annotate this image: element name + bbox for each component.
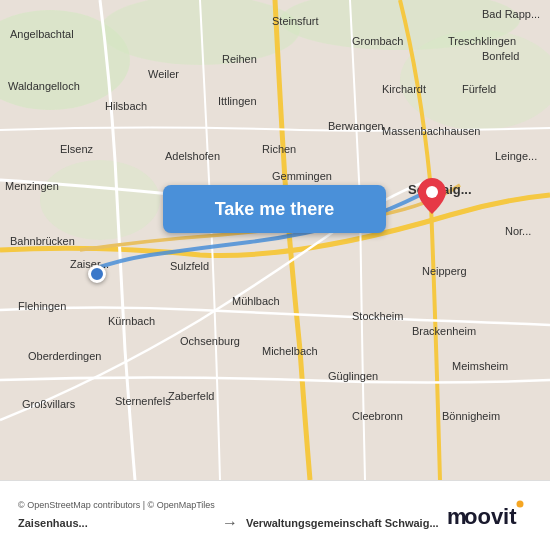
svg-text:oovit: oovit — [464, 504, 517, 529]
origin-label: Zaisenhaus... — [18, 517, 214, 529]
svg-point-5 — [40, 160, 160, 240]
arrow-icon: → — [222, 514, 238, 532]
svg-point-9 — [517, 500, 524, 507]
button-label: Take me there — [215, 199, 335, 220]
attribution-text: © OpenStreetMap contributors | © OpenMap… — [18, 500, 442, 510]
destination-marker — [418, 178, 446, 218]
moovit-logo: m oovit — [442, 496, 532, 536]
route-labels: © OpenStreetMap contributors | © OpenMap… — [10, 496, 540, 536]
map-background — [0, 0, 550, 480]
origin-marker — [88, 265, 106, 283]
map-container: Angelbachtal Waldangelloch Hilsbach Else… — [0, 0, 550, 480]
bottom-bar: © OpenStreetMap contributors | © OpenMap… — [0, 480, 550, 550]
dest-label: Verwaltungsgemeinschaft Schwaig... — [246, 517, 442, 529]
svg-point-6 — [426, 186, 438, 198]
take-me-there-button[interactable]: Take me there — [163, 185, 386, 233]
